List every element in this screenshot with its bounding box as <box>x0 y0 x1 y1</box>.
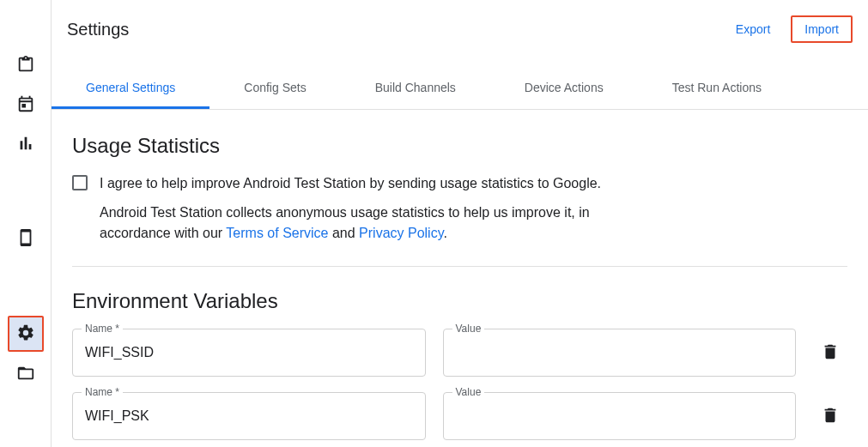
trash-icon <box>821 342 840 364</box>
page-title: Settings <box>67 20 129 39</box>
env-name-field: Name * <box>72 329 426 377</box>
env-var-row: Name * Value <box>72 392 847 440</box>
sidebar-item-assignments[interactable] <box>9 48 43 82</box>
bar-chart-icon <box>16 134 35 155</box>
usage-statistics-heading: Usage Statistics <box>72 134 847 158</box>
sidebar-item-reports[interactable] <box>9 127 43 161</box>
calendar-icon <box>16 94 35 116</box>
trash-icon <box>821 406 840 427</box>
env-name-label: Name * <box>82 386 123 398</box>
tab-config-sets[interactable]: Config Sets <box>209 69 340 109</box>
tab-build-channels[interactable]: Build Channels <box>341 69 490 109</box>
env-variables-heading: Environment Variables <box>72 289 847 313</box>
header-actions: Export Import <box>722 15 853 43</box>
usage-detail-text: Android Test Station collects anonymous … <box>100 202 632 244</box>
header: Settings Export Import <box>52 0 868 43</box>
usage-consent-text: I agree to help improve Android Test Sta… <box>100 173 632 194</box>
env-name-field: Name * <box>72 392 426 440</box>
tab-device-actions[interactable]: Device Actions <box>490 69 638 109</box>
smartphone-icon <box>16 228 35 250</box>
sidebar-item-schedule[interactable] <box>9 88 43 122</box>
sidebar-item-files[interactable] <box>9 357 43 391</box>
delete-env-var-button[interactable] <box>813 399 847 433</box>
usage-consent-row: I agree to help improve Android Test Sta… <box>72 173 847 244</box>
tab-test-run-actions[interactable]: Test Run Actions <box>638 69 796 109</box>
usage-consent-block: I agree to help improve Android Test Sta… <box>100 173 632 244</box>
env-value-input[interactable] <box>456 345 784 360</box>
env-value-field: Value <box>443 392 797 440</box>
privacy-policy-link[interactable]: Privacy Policy <box>359 226 443 240</box>
delete-env-var-button[interactable] <box>813 335 847 370</box>
env-value-label: Value <box>452 386 485 398</box>
usage-and-text: and <box>328 226 359 240</box>
env-name-input[interactable] <box>85 345 413 360</box>
section-divider <box>72 266 847 267</box>
import-button[interactable]: Import <box>791 15 853 43</box>
clipboard-icon <box>16 55 35 76</box>
env-value-input[interactable] <box>456 408 784 424</box>
usage-detail-suffix: . <box>443 226 446 240</box>
main-content: Settings Export Import General Settings … <box>52 0 868 447</box>
folder-icon <box>16 364 35 385</box>
sidebar <box>0 0 52 447</box>
sidebar-item-settings[interactable] <box>8 316 44 352</box>
tab-general-settings[interactable]: General Settings <box>52 69 209 109</box>
content: Usage Statistics I agree to help improve… <box>52 110 868 447</box>
sidebar-item-devices[interactable] <box>9 221 43 256</box>
env-value-field: Value <box>443 329 797 377</box>
env-name-label: Name * <box>82 323 123 335</box>
usage-consent-checkbox[interactable] <box>72 175 88 190</box>
tabs: General Settings Config Sets Build Chann… <box>52 69 868 110</box>
gear-icon <box>16 323 35 345</box>
env-name-input[interactable] <box>85 408 413 424</box>
env-var-row: Name * Value <box>72 329 847 377</box>
terms-of-service-link[interactable]: Terms of Service <box>226 226 328 240</box>
export-button[interactable]: Export <box>722 15 784 43</box>
env-value-label: Value <box>452 323 485 335</box>
